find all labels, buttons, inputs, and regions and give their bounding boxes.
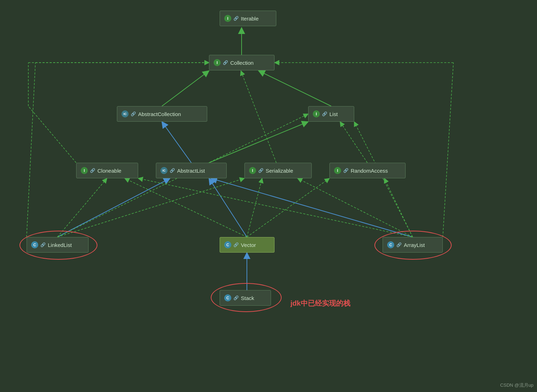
node-serializable: I 🔗 Serializable bbox=[244, 163, 312, 178]
svg-line-18 bbox=[247, 178, 262, 237]
icon-cloneable: 🔗 bbox=[90, 168, 95, 173]
badge-serializable: I bbox=[249, 167, 256, 174]
icon-stack: 🔗 bbox=[233, 295, 239, 300]
svg-line-5 bbox=[259, 71, 331, 106]
badge-abstractcollection: IC bbox=[121, 110, 129, 117]
icon-iterable: 🔗 bbox=[233, 16, 239, 21]
node-abstractlist: IC 🔗 AbstractList bbox=[156, 163, 227, 178]
label-cloneable: Cloneable bbox=[97, 168, 121, 174]
label-serializable: Serializable bbox=[266, 168, 293, 174]
icon-serializable: 🔗 bbox=[258, 168, 264, 173]
svg-line-26 bbox=[28, 106, 76, 163]
badge-collection: I bbox=[214, 59, 221, 66]
icon-vector: 🔗 bbox=[233, 242, 239, 247]
svg-line-12 bbox=[57, 178, 107, 237]
label-stack: Stack bbox=[241, 295, 254, 301]
watermark: CSDN @流月up bbox=[500, 382, 533, 388]
diagram-container: I 🔗 Iterable I 🔗 Collection IC 🔗 Abstrac… bbox=[0, 0, 537, 392]
svg-line-10 bbox=[57, 178, 170, 237]
label-iterable: Iterable bbox=[241, 16, 259, 22]
icon-list: 🔗 bbox=[322, 111, 327, 116]
node-vector: C 🔗 Vector bbox=[220, 237, 275, 253]
node-collection: I 🔗 Collection bbox=[209, 55, 275, 70]
badge-abstractlist: IC bbox=[160, 167, 168, 174]
svg-line-15 bbox=[27, 63, 35, 237]
label-abstractcollection: AbstractCollection bbox=[138, 111, 181, 117]
icon-abstractlist: 🔗 bbox=[170, 168, 175, 173]
label-abstractlist: AbstractList bbox=[177, 168, 205, 174]
badge-arraylist: C bbox=[387, 241, 394, 248]
label-arraylist: ArrayList bbox=[404, 242, 425, 248]
svg-line-13 bbox=[57, 178, 244, 237]
badge-stack: C bbox=[224, 294, 231, 301]
badge-linkedlist: C bbox=[31, 241, 38, 248]
svg-line-19 bbox=[247, 178, 329, 237]
node-randomaccess: I 🔗 RandomAccess bbox=[329, 163, 406, 178]
badge-list: I bbox=[313, 110, 320, 117]
label-list: List bbox=[329, 111, 338, 117]
node-linkedlist: C 🔗 LinkedList bbox=[27, 237, 89, 253]
svg-line-29 bbox=[241, 71, 276, 163]
icon-randomaccess: 🔗 bbox=[343, 168, 349, 173]
icon-arraylist: 🔗 bbox=[396, 242, 402, 247]
svg-line-21 bbox=[298, 178, 413, 237]
label-vector: Vector bbox=[241, 242, 256, 248]
svg-line-7 bbox=[209, 122, 308, 163]
node-abstractcollection: IC 🔗 AbstractCollection bbox=[117, 106, 207, 122]
badge-cloneable: I bbox=[81, 167, 88, 174]
node-arraylist: C 🔗 ArrayList bbox=[383, 237, 443, 253]
node-cloneable: I 🔗 Cloneable bbox=[76, 163, 138, 178]
svg-line-22 bbox=[384, 178, 413, 237]
svg-line-17 bbox=[125, 178, 247, 237]
icon-linkedlist: 🔗 bbox=[40, 242, 46, 247]
icon-collection: 🔗 bbox=[223, 60, 228, 65]
svg-line-23 bbox=[354, 122, 413, 237]
svg-line-6 bbox=[162, 122, 191, 163]
svg-line-4 bbox=[162, 71, 209, 106]
label-randomaccess: RandomAccess bbox=[351, 168, 388, 174]
svg-line-30 bbox=[340, 122, 367, 163]
label-linkedlist: LinkedList bbox=[48, 242, 72, 248]
badge-iterable: I bbox=[224, 15, 231, 22]
icon-abstractcollection: 🔗 bbox=[131, 111, 136, 116]
badge-vector: C bbox=[224, 241, 231, 248]
node-list: I 🔗 List bbox=[308, 106, 354, 122]
badge-randomaccess: I bbox=[334, 167, 341, 174]
svg-line-24 bbox=[443, 63, 453, 237]
annotation-jdk: jdk中已经实现的栈 bbox=[290, 299, 350, 308]
label-collection: Collection bbox=[230, 60, 254, 66]
node-stack: C 🔗 Stack bbox=[220, 290, 271, 306]
node-iterable: I 🔗 Iterable bbox=[220, 11, 276, 26]
svg-line-20 bbox=[138, 178, 413, 237]
